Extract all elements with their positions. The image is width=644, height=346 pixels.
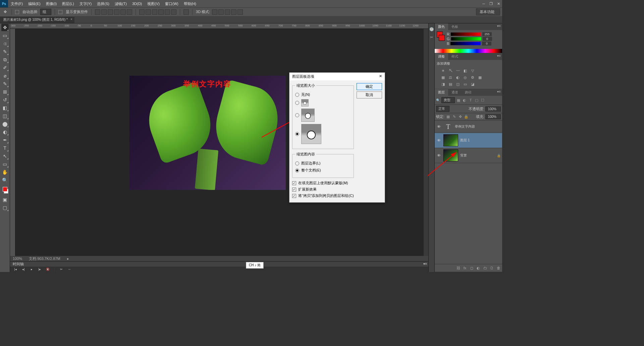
filter-shape-icon[interactable]: ▢ [474, 98, 479, 102]
channels-tab[interactable]: 通道 [448, 89, 462, 96]
new-layer-icon[interactable]: 🗋 [489, 266, 494, 270]
levels-icon[interactable]: ⛏ [447, 68, 453, 73]
visibility-toggle-icon[interactable]: 👁 [436, 153, 441, 157]
color-panel-menu-icon[interactable]: ▾≡ [497, 24, 501, 28]
zoom-tool[interactable]: 🔍 [1, 177, 9, 184]
dialog-close-icon[interactable]: ✕ [379, 74, 382, 79]
menu-3d[interactable]: 3D(D) [129, 2, 145, 6]
invert-icon[interactable]: ◨ [440, 81, 446, 87]
dist-hcenter-icon[interactable] [165, 9, 170, 15]
timeline-first-frame-icon[interactable]: |◂ [13, 267, 18, 271]
heal-tool[interactable]: ⌀ [1, 72, 9, 79]
dodge-tool[interactable]: ◐ [1, 128, 9, 136]
zoom-level[interactable]: 100% [13, 257, 22, 261]
paths-tab[interactable]: 路径 [462, 89, 475, 96]
expand-effects-checkbox[interactable]: ✓ [292, 188, 296, 192]
content-bounds-radio[interactable] [295, 161, 299, 165]
eraser-tool[interactable]: ◧ [1, 104, 9, 112]
adjustment-layer-icon[interactable]: ◐ [476, 266, 481, 270]
ok-button[interactable]: 确定 [357, 83, 382, 90]
cancel-button[interactable]: 取消 [357, 91, 382, 98]
color-tab[interactable]: 颜色 [435, 23, 448, 30]
colorbalance-icon[interactable]: ⚖ [447, 75, 453, 80]
dist-bottom-icon[interactable] [152, 9, 157, 15]
history-panel-icon[interactable]: 🕐 [429, 27, 434, 31]
timeline-panel-tab[interactable]: 时间轴 ▾≡ [10, 261, 428, 267]
add-copy-checkbox[interactable]: ✓ [292, 194, 296, 198]
auto-select-checkbox[interactable] [15, 10, 19, 14]
auto-select-dropdown[interactable]: 组 [40, 9, 51, 15]
menu-edit[interactable]: 编辑(E) [25, 1, 43, 6]
filter-type-dropdown[interactable]: 类型 [441, 97, 455, 103]
delete-layer-icon[interactable]: 🗑 [496, 266, 501, 270]
lock-all-icon[interactable]: 🔒 [464, 115, 469, 119]
align-right-icon[interactable] [127, 9, 132, 15]
g-value[interactable]: 0 [483, 37, 492, 41]
brightness-icon[interactable]: ☀ [440, 68, 446, 73]
pen-tool[interactable]: ✒ [1, 136, 9, 144]
threshold-icon[interactable]: ◫ [455, 81, 461, 87]
layer-thumbnail[interactable] [443, 149, 458, 161]
dist-vcenter-icon[interactable] [146, 9, 151, 15]
layer-style-icon[interactable]: fx [463, 266, 467, 270]
gradientmap-icon[interactable]: ▭ [462, 81, 468, 87]
adjustments-panel-menu-icon[interactable]: ▾≡ [497, 54, 501, 58]
visibility-toggle-icon[interactable]: 👁 [436, 125, 441, 129]
3d-orbit-icon[interactable] [212, 9, 217, 15]
dist-left-icon[interactable] [158, 9, 164, 15]
styles-tab[interactable]: 样式 [448, 53, 462, 60]
timeline-play-icon[interactable]: ▸ [29, 267, 34, 271]
link-layers-icon[interactable]: ⛓ [456, 266, 461, 270]
swatches-tab[interactable]: 色板 [448, 23, 462, 30]
timeline-next-frame-icon[interactable]: |▸ [37, 267, 42, 271]
posterize-icon[interactable]: ▤ [447, 81, 453, 87]
filter-pixel-icon[interactable]: ▦ [456, 98, 461, 102]
document-tab[interactable]: 图片素材19.png @ 100% (图层 1, RGB/8) * [0, 16, 74, 23]
thumb-size-small-radio[interactable] [295, 101, 299, 105]
brush-tool[interactable]: ✎ [1, 80, 9, 87]
curves-icon[interactable]: 〰 [455, 68, 461, 73]
stamp-tool[interactable]: ⊞ [1, 88, 9, 95]
layer-mask-icon[interactable]: ◻ [469, 266, 474, 270]
3d-slide-icon[interactable] [231, 9, 236, 15]
content-document-radio[interactable] [295, 168, 299, 172]
properties-panel-icon[interactable]: ✂ [429, 35, 434, 40]
menu-window[interactable]: 窗口(W) [162, 1, 181, 6]
vertical-scrollbar[interactable] [424, 29, 428, 256]
photofilter-icon[interactable]: ◎ [462, 75, 468, 80]
visibility-toggle-icon[interactable]: 👁 [436, 138, 441, 142]
blur-tool[interactable]: ⬤ [1, 120, 9, 128]
gradient-tool[interactable]: ◫ [1, 112, 9, 120]
ime-indicator[interactable]: CH ♪ 简 [246, 262, 264, 269]
fill-value[interactable]: 100% [485, 114, 501, 119]
layer-row-text[interactable]: 👁 T 举例文字内容 [435, 121, 502, 133]
menu-file[interactable]: 文件(F) [8, 1, 25, 6]
b-slider[interactable] [450, 42, 481, 45]
adjustments-tab[interactable]: 调整 [435, 53, 448, 60]
menu-select[interactable]: 选择(S) [94, 1, 112, 6]
auto-align-icon[interactable] [183, 9, 189, 15]
align-bottom-icon[interactable] [108, 9, 113, 15]
color-background-swatch[interactable] [439, 35, 445, 41]
colorlookup-icon[interactable]: ▦ [477, 75, 483, 80]
r-value[interactable]: 255 [482, 32, 492, 36]
b-value[interactable]: 0 [482, 42, 491, 46]
exposure-icon[interactable]: ◧ [462, 68, 468, 73]
align-hcenter-icon[interactable] [120, 9, 126, 15]
bw-icon[interactable]: ◐ [455, 75, 461, 80]
screen-mode-toggle[interactable]: ▢ [1, 204, 9, 211]
text-tool[interactable]: T [1, 144, 9, 152]
lock-transparent-icon[interactable]: ▦ [446, 115, 450, 119]
align-vcenter-icon[interactable] [101, 9, 107, 15]
filter-text-icon[interactable]: T [468, 98, 473, 102]
lasso-tool[interactable]: ⟃ [1, 40, 9, 47]
layer-name[interactable]: 举例文字内容 [455, 124, 475, 129]
workspace-switcher[interactable]: 基本功能 [476, 8, 500, 15]
vibrance-icon[interactable]: ▽ [470, 68, 476, 73]
filter-smart-icon[interactable]: ☐ [480, 98, 485, 102]
hue-icon[interactable]: ▦ [440, 75, 446, 80]
align-left-icon[interactable] [114, 9, 119, 15]
window-restore-button[interactable]: ❐ [487, 0, 495, 7]
move-tool[interactable]: ✥ [1, 24, 9, 31]
filter-adjust-icon[interactable]: ◐ [462, 98, 467, 102]
